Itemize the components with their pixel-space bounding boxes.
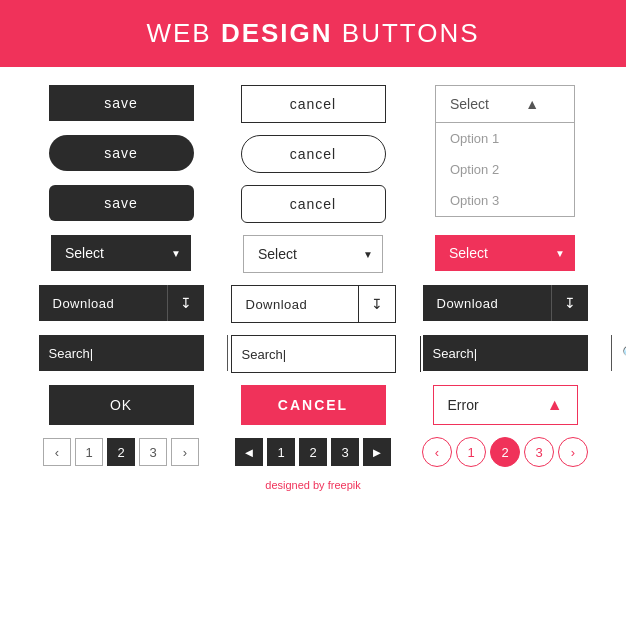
pagination-circle: ‹ 1 2 3 › (422, 437, 588, 467)
search-dark2-input[interactable] (423, 336, 611, 371)
pagination-filled-1[interactable]: 1 (267, 438, 295, 466)
search-outline-input[interactable] (232, 337, 420, 372)
select-outline-wrapper: Select ▼ (243, 235, 383, 273)
col-save-rect: save (30, 85, 212, 121)
row-5: Download ↧ Download ↧ Download ↧ (30, 285, 596, 323)
header-bold: DESIGN (221, 18, 333, 48)
download-outline-button[interactable]: Download ↧ (231, 285, 396, 323)
footer: designed by freepik (30, 479, 596, 491)
select-pink-dropdown[interactable]: Select (435, 235, 575, 271)
col-select-pink: Select ▼ (414, 235, 596, 271)
col-cancel-pink: CANCEL (222, 385, 404, 425)
error-label: Error (448, 397, 479, 413)
pagination-plain-prev[interactable]: ‹ (43, 438, 71, 466)
pagination-circle-prev[interactable]: ‹ (422, 437, 452, 467)
main-content: save cancel Select ▲ Option 1 Option 2 O… (0, 67, 626, 501)
download-outline-label: Download (232, 287, 358, 322)
dropdown-open-button[interactable]: Select ▲ (435, 85, 575, 123)
select-dark-wrapper: Select ▼ (51, 235, 191, 271)
col-pagination-filled: ◄ 1 2 3 ► (222, 438, 404, 466)
row-7: OK CANCEL Error ▲ (30, 385, 596, 425)
pagination-plain-2[interactable]: 2 (107, 438, 135, 466)
error-triangle-icon: ▲ (547, 396, 563, 414)
col-select-dark: Select ▼ (30, 235, 212, 271)
pagination-plain-3[interactable]: 3 (139, 438, 167, 466)
error-button[interactable]: Error ▲ (433, 385, 578, 425)
download-dark2-icon: ↧ (551, 285, 588, 321)
row-pagination: ‹ 1 2 3 › ◄ 1 2 3 ► ‹ 1 2 3 › (30, 437, 596, 467)
col-cancel-pill: cancel (222, 135, 404, 173)
pagination-circle-1[interactable]: 1 (456, 437, 486, 467)
download-dark-button[interactable]: Download ↧ (39, 285, 204, 321)
col-search-dark: 🔍 (30, 335, 212, 371)
col-ok: OK (30, 385, 212, 425)
cancel-pill-button[interactable]: cancel (241, 135, 386, 173)
pagination-circle-next[interactable]: › (558, 437, 588, 467)
header: WEB DESIGN BUTTONS (0, 0, 626, 67)
col-pagination-plain: ‹ 1 2 3 › (30, 438, 212, 466)
pagination-plain-1[interactable]: 1 (75, 438, 103, 466)
search-dark2-wrapper: 🔍 (423, 335, 588, 371)
download-dark2-label: Download (423, 286, 551, 321)
cancel-rounded-button[interactable]: cancel (241, 185, 386, 223)
header-pre: WEB (146, 18, 220, 48)
pagination-filled: ◄ 1 2 3 ► (235, 438, 391, 466)
col-search-dark2: 🔍 (414, 335, 596, 371)
dropdown-list: Option 1 Option 2 Option 3 (435, 123, 575, 217)
dropdown-open-wrapper: Select ▲ Option 1 Option 2 Option 3 (435, 85, 575, 123)
pagination-circle-3[interactable]: 3 (524, 437, 554, 467)
col-save-rounded: save (30, 185, 212, 221)
col-download-outline: Download ↧ (222, 285, 404, 323)
select-pink-wrapper: Select ▼ (435, 235, 575, 271)
col-select-open: Select ▲ Option 1 Option 2 Option 3 (414, 85, 596, 123)
col-download-dark: Download ↧ (30, 285, 212, 321)
cancel-pink-button[interactable]: CANCEL (241, 385, 386, 425)
ok-button[interactable]: OK (49, 385, 194, 425)
pagination-filled-next[interactable]: ► (363, 438, 391, 466)
col-cancel-rounded: cancel (222, 185, 404, 223)
col-select-outline: Select ▼ (222, 235, 404, 273)
pagination-filled-prev[interactable]: ◄ (235, 438, 263, 466)
col-pagination-circle: ‹ 1 2 3 › (414, 437, 596, 467)
col-error: Error ▲ (414, 385, 596, 425)
search-outline-wrapper: 🔍 (231, 335, 396, 373)
dropdown-item-3[interactable]: Option 3 (436, 185, 574, 216)
pagination-plain: ‹ 1 2 3 › (43, 438, 199, 466)
download-outline-icon: ↧ (358, 286, 395, 322)
dropdown-arrow-up-icon: ▲ (525, 96, 539, 112)
select-dark-dropdown[interactable]: Select (51, 235, 191, 271)
pagination-plain-next[interactable]: › (171, 438, 199, 466)
header-post: BUTTONS (333, 18, 480, 48)
search-dark-wrapper: 🔍 (39, 335, 204, 371)
download-dark-label: Download (39, 286, 167, 321)
download-dark2-button[interactable]: Download ↧ (423, 285, 588, 321)
col-save-pill: save (30, 135, 212, 171)
cancel-rect-button[interactable]: cancel (241, 85, 386, 123)
footer-brand: freepik (328, 479, 361, 491)
save-rounded-button[interactable]: save (49, 185, 194, 221)
search-dark-input[interactable] (39, 336, 227, 371)
footer-text: designed by (265, 479, 327, 491)
search-dark2-icon: 🔍 (611, 335, 627, 371)
dropdown-item-2[interactable]: Option 2 (436, 154, 574, 185)
download-dark-icon: ↧ (167, 285, 204, 321)
pagination-circle-2[interactable]: 2 (490, 437, 520, 467)
pagination-filled-2[interactable]: 2 (299, 438, 327, 466)
row-6: 🔍 🔍 🔍 (30, 335, 596, 373)
dropdown-item-1[interactable]: Option 1 (436, 123, 574, 154)
header-title: WEB DESIGN BUTTONS (0, 18, 626, 49)
row-4: Select ▼ Select ▼ Select ▼ (30, 235, 596, 273)
dropdown-label: Select (450, 96, 489, 112)
save-pill-button[interactable]: save (49, 135, 194, 171)
pagination-filled-3[interactable]: 3 (331, 438, 359, 466)
col-download-dark2: Download ↧ (414, 285, 596, 321)
select-outline-dropdown[interactable]: Select (243, 235, 383, 273)
save-rect-button[interactable]: save (49, 85, 194, 121)
col-cancel-rect: cancel (222, 85, 404, 123)
col-search-outline: 🔍 (222, 335, 404, 373)
row-1: save cancel Select ▲ Option 1 Option 2 O… (30, 85, 596, 123)
